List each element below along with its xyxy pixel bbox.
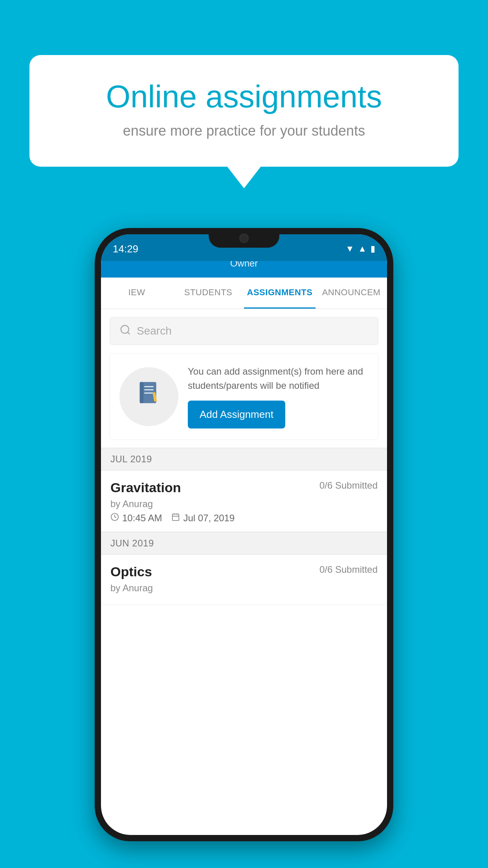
- search-icon: [119, 324, 131, 338]
- status-time: 14:29: [113, 241, 138, 255]
- month-jul-2019: JUL 2019: [101, 448, 387, 471]
- battery-icon: ▮: [371, 244, 375, 254]
- assignment-name-optics: Optics: [110, 564, 152, 579]
- assignment-item-gravitation[interactable]: Gravitation 0/6 Submitted by Anurag 10:4…: [101, 471, 387, 532]
- assignment-submitted: 0/6 Submitted: [319, 480, 378, 491]
- svg-point-0: [121, 325, 129, 333]
- assignment-meta: 10:45 AM Jul 07, 2019: [110, 513, 378, 524]
- wifi-icon: ▼: [345, 244, 354, 254]
- promo-description: You can add assignment(s) from here and …: [188, 364, 369, 393]
- phone-notch: [209, 228, 279, 248]
- phone-screen: 14:29 ▼ ▲ ▮ ← Physics Batch 12 Owner ⚙ I…: [101, 234, 387, 835]
- svg-line-1: [128, 332, 130, 334]
- date-label: Jul 07, 2019: [183, 513, 235, 524]
- time-label: 10:45 AM: [122, 513, 162, 524]
- search-bar[interactable]: Search: [110, 317, 378, 345]
- promo-card: You can add assignment(s) from here and …: [110, 353, 378, 440]
- signal-icon: ▲: [358, 244, 367, 254]
- phone-camera: [239, 234, 249, 243]
- promo-icon-wrap: [119, 367, 178, 426]
- tab-iew[interactable]: IEW: [101, 278, 172, 309]
- month-jun-2019: JUN 2019: [101, 532, 387, 555]
- calendar-icon: [171, 513, 180, 524]
- assignment-time: 10:45 AM: [110, 513, 162, 524]
- status-icons: ▼ ▲ ▮: [345, 241, 375, 254]
- add-assignment-button[interactable]: Add Assignment: [188, 401, 285, 428]
- assignment-by-optics: by Anurag: [110, 583, 378, 594]
- bubble-subtitle: ensure more practice for your students: [57, 123, 431, 139]
- phone-device: 14:29 ▼ ▲ ▮ ← Physics Batch 12 Owner ⚙ I…: [95, 228, 393, 841]
- month-label-jun: JUN 2019: [110, 538, 154, 548]
- bubble-title: Online assignments: [57, 79, 431, 115]
- search-placeholder: Search: [137, 325, 172, 337]
- tab-assignments[interactable]: ASSIGNMENTS: [244, 278, 316, 309]
- assignment-name: Gravitation: [110, 480, 181, 495]
- speech-bubble: Online assignments ensure more practice …: [29, 55, 459, 167]
- clock-icon: [110, 513, 119, 524]
- assignment-item-optics[interactable]: Optics 0/6 Submitted by Anurag: [101, 555, 387, 605]
- promo-content: You can add assignment(s) from here and …: [188, 364, 369, 428]
- month-label: JUL 2019: [110, 454, 152, 464]
- tab-students[interactable]: STUDENTS: [172, 278, 244, 309]
- assignment-by: by Anurag: [110, 498, 378, 509]
- assignment-top-optics: Optics 0/6 Submitted: [110, 564, 378, 579]
- svg-rect-9: [172, 514, 179, 521]
- tab-bar: IEW STUDENTS ASSIGNMENTS ANNOUNCEM: [101, 278, 387, 309]
- svg-rect-3: [140, 382, 143, 403]
- assignment-date: Jul 07, 2019: [171, 513, 235, 524]
- phone-outer: 14:29 ▼ ▲ ▮ ← Physics Batch 12 Owner ⚙ I…: [95, 228, 393, 841]
- tab-announcements[interactable]: ANNOUNCEM: [316, 278, 387, 309]
- assignment-submitted-optics: 0/6 Submitted: [319, 564, 378, 575]
- notebook-icon: [135, 380, 163, 414]
- assignment-top: Gravitation 0/6 Submitted: [110, 480, 378, 495]
